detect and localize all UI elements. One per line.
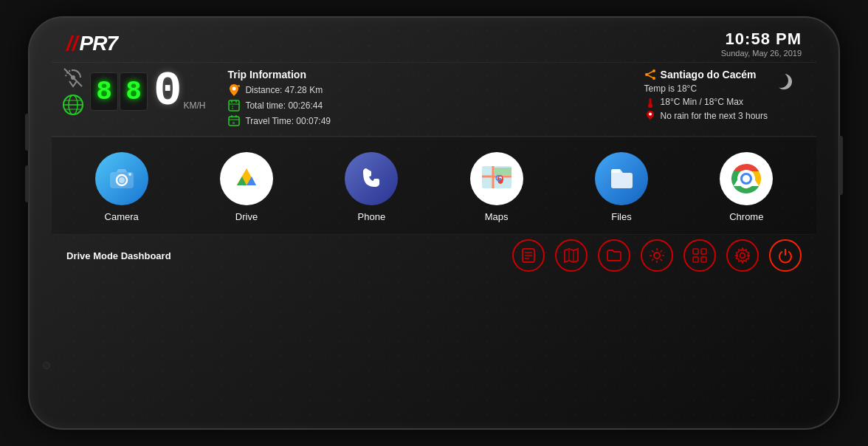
app-files[interactable]: Files — [559, 145, 683, 230]
distance-value: Distance: 47.28 Km — [245, 85, 323, 95]
power-button[interactable] — [839, 136, 843, 195]
total-time-value: Total time: 00:26:44 — [245, 100, 323, 111]
weather-city: Santiago do Cacém — [644, 69, 768, 80]
travel-time-value: Travel Time: 00:07:49 — [245, 116, 331, 126]
top-bar: // PR7 10:58 PM Sunday, May 26, 2019 — [52, 24, 816, 63]
trip-travel-time: Travel Time: 00:07:49 — [227, 114, 629, 128]
notes-icon — [520, 247, 537, 264]
camera-svg-icon — [106, 162, 138, 195]
app-chrome[interactable]: Chrome — [684, 145, 809, 230]
camera-icon-bg — [95, 152, 148, 205]
svg-line-59 — [652, 250, 654, 253]
svg-point-54 — [654, 253, 660, 258]
drive-label: Drive — [235, 211, 258, 222]
svg-line-60 — [661, 259, 663, 261]
clock-area: 10:58 PM Sunday, May 26, 2019 — [721, 30, 802, 58]
volume-up-button[interactable] — [25, 114, 29, 151]
maps-label: Maps — [485, 211, 509, 222]
settings-button[interactable] — [726, 239, 759, 272]
svg-line-61 — [661, 250, 663, 253]
trip-section: Trip Information Distance: 47.28 Km — [220, 67, 636, 131]
app-camera[interactable]: Camera — [59, 145, 184, 230]
svg-rect-65 — [693, 257, 698, 262]
weather-rain: No rain for the next 3 hours — [644, 110, 768, 122]
settings-icon — [734, 247, 751, 264]
rain-pin-icon — [644, 110, 656, 122]
digit-ones: 8 — [120, 72, 148, 111]
svg-point-29 — [128, 173, 131, 176]
bottom-icons-row — [512, 239, 802, 272]
share-icon — [644, 69, 656, 80]
map-icon — [563, 247, 579, 264]
app-maps[interactable]: G Maps — [434, 145, 559, 230]
phone-label: Phone — [358, 211, 386, 222]
app-grid: Camera — [52, 137, 816, 235]
grid-icon — [692, 247, 708, 264]
svg-line-22 — [647, 75, 654, 78]
maps-svg-icon: G — [478, 160, 515, 197]
maps-icon-bg: G — [470, 152, 523, 205]
brightness-button[interactable] — [641, 239, 673, 272]
current-date: Sunday, May 26, 2019 — [721, 49, 802, 58]
speedometer-section: 8 8 0 KM/H — [62, 67, 205, 116]
svg-point-1 — [71, 75, 75, 80]
map-button[interactable] — [555, 239, 588, 272]
power-off-button[interactable] — [769, 239, 802, 272]
globe-icon — [62, 94, 84, 116]
grid-button[interactable] — [683, 239, 716, 272]
logo: // PR7 — [66, 32, 117, 55]
clock-icon — [227, 99, 241, 112]
trip-title: Trip Information — [227, 69, 629, 80]
speed-value: 0 — [154, 68, 182, 115]
svg-rect-8 — [229, 100, 239, 111]
drive-mode-label: Drive Mode Dashboard — [66, 250, 171, 261]
drive-icon-bg — [220, 152, 273, 205]
volume-down-button[interactable] — [25, 165, 29, 202]
chrome-icon-bg — [720, 152, 773, 205]
svg-point-28 — [119, 177, 125, 183]
phone-svg-icon — [355, 162, 388, 195]
location-pin-icon — [227, 83, 241, 97]
drive-svg-icon — [228, 160, 265, 197]
weather-temp: Temp is 18°C — [644, 83, 768, 94]
svg-line-21 — [647, 71, 654, 75]
folder-icon — [606, 247, 622, 264]
signal-icons — [62, 67, 84, 116]
svg-rect-63 — [693, 249, 698, 254]
svg-rect-66 — [701, 257, 706, 262]
status-row: 8 8 0 KM/H Trip Information — [52, 63, 816, 136]
speed-unit: KM/H — [183, 100, 205, 111]
front-camera — [43, 362, 50, 369]
svg-rect-24 — [649, 98, 651, 105]
phone-icon-bg — [345, 152, 398, 205]
gps-icon — [63, 67, 83, 88]
phone-screen: // PR7 10:58 PM Sunday, May 26, 2019 — [52, 24, 816, 422]
notes-button[interactable] — [512, 239, 545, 272]
folder-button[interactable] — [598, 239, 630, 272]
files-icon-bg — [595, 152, 648, 205]
app-phone[interactable]: Phone — [309, 145, 434, 230]
weather-minmax: 18°C Min / 18°C Max — [644, 96, 768, 108]
digit-display: 8 8 — [90, 72, 148, 111]
chrome-label: Chrome — [729, 211, 763, 222]
trip-total-time: Total time: 00:26:44 — [227, 99, 629, 112]
moon-icon-area — [774, 70, 794, 91]
weather-section: Santiago do Cacém Temp is 18°C 18°C Min … — [637, 67, 802, 126]
digit-tens: 8 — [90, 72, 118, 111]
svg-point-7 — [232, 87, 236, 91]
bottom-bar: Drive Mode Dashboard — [52, 235, 816, 276]
svg-line-62 — [652, 259, 654, 261]
trip-distance: Distance: 47.28 Km — [227, 83, 629, 97]
svg-point-25 — [649, 113, 652, 116]
svg-rect-14 — [229, 117, 239, 126]
svg-point-46 — [743, 175, 750, 182]
svg-marker-51 — [565, 249, 578, 262]
app-drive[interactable]: Drive — [184, 145, 309, 230]
moon-icon — [774, 70, 794, 91]
current-time: 10:58 PM — [721, 30, 802, 49]
logo-bars: // — [66, 32, 78, 55]
thermometer-icon — [644, 96, 656, 108]
svg-text:G: G — [495, 174, 502, 182]
timer-icon — [227, 114, 241, 128]
files-svg-icon — [605, 162, 638, 195]
